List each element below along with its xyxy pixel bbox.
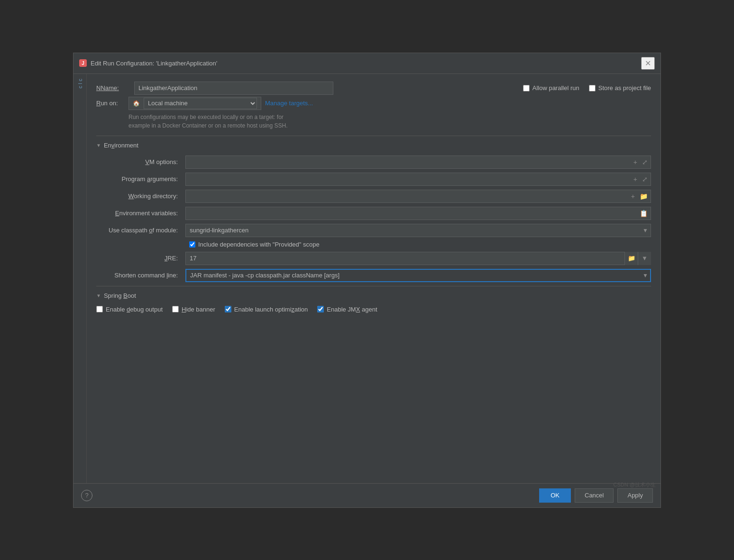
hide-banner-label: Hide banner	[182, 306, 215, 313]
run-on-dropdown[interactable]: Local machine	[144, 98, 257, 109]
enable-jmx-checkbox[interactable]: Enable JMX agent	[317, 306, 377, 313]
enable-debug-checkbox[interactable]: Enable debug output	[96, 306, 163, 313]
classpath-row: Use classpath of module: sungrid-linkgat…	[96, 224, 651, 237]
env-vars-edit-btn[interactable]: 📋	[638, 209, 649, 218]
dialog: J Edit Run Configuration: 'LinkgatherApp…	[73, 53, 661, 508]
allow-parallel-check-input[interactable]	[523, 85, 530, 92]
spring-boot-section-label: Spring Boot	[104, 292, 136, 299]
jre-input[interactable]	[185, 252, 651, 265]
env-vars-input-wrap: 📋	[185, 207, 651, 220]
working-dir-row: Working directory: + 📁	[96, 190, 651, 203]
help-button[interactable]: ?	[81, 490, 92, 501]
include-deps-checkbox[interactable]: Include dependencies with "Provided" sco…	[189, 241, 320, 248]
include-deps-row: Include dependencies with "Provided" sco…	[96, 241, 651, 248]
jre-input-wrap: 📁 ▼	[185, 252, 651, 265]
apply-button[interactable]: Apply	[617, 488, 653, 503]
ok-button[interactable]: OK	[539, 488, 571, 503]
jre-actions: 📁 ▼	[624, 252, 651, 265]
run-on-label: Run on:	[96, 100, 125, 107]
env-vars-actions: 📋	[638, 209, 649, 218]
bottom-right: OK Cancel Apply	[539, 488, 653, 503]
cancel-button[interactable]: Cancel	[575, 488, 614, 503]
left-sidebar: c l c	[73, 74, 87, 483]
enable-launch-check-input[interactable]	[225, 306, 231, 312]
include-deps-label: Include dependencies with "Provided" sco…	[198, 241, 320, 248]
program-args-row: Program arguments: + ⤢	[96, 173, 651, 186]
app-icon: J	[79, 59, 87, 67]
working-dir-input[interactable]	[185, 190, 651, 203]
environment-section-header[interactable]: ▼ Environment	[96, 142, 651, 149]
sidebar-label: c	[77, 79, 83, 82]
run-on-select-wrapper[interactable]: 🏠 Local machine	[128, 97, 261, 110]
program-args-label: Program arguments:	[96, 175, 182, 183]
main-content: NName: Allow parallel run Store as proje…	[87, 74, 661, 483]
shorten-command-row: Shorten command line: JAR manifest - jav…	[96, 269, 651, 282]
hide-banner-checkbox[interactable]: Hide banner	[172, 306, 215, 313]
dialog-title: Edit Run Configuration: 'LinkgatherAppli…	[91, 60, 217, 67]
environment-collapse-icon: ▼	[96, 143, 101, 148]
working-dir-input-wrap: + 📁	[185, 190, 651, 203]
name-input[interactable]	[134, 82, 333, 95]
bottom-left: ?	[81, 490, 92, 501]
title-bar: J Edit Run Configuration: 'LinkgatherApp…	[73, 53, 661, 74]
sidebar-label3: c	[77, 86, 83, 89]
store-as-project-label: Store as project file	[598, 84, 651, 92]
store-as-project-check-input[interactable]	[589, 85, 596, 92]
working-dir-browse-btn[interactable]: 📁	[638, 192, 649, 201]
title-bar-left: J Edit Run Configuration: 'LinkgatherApp…	[79, 59, 217, 67]
working-dir-actions: + 📁	[630, 192, 649, 201]
jre-dropdown-btn[interactable]: ▼	[638, 252, 651, 265]
jre-browse-btn[interactable]: 📁	[624, 252, 638, 265]
close-button[interactable]: ✕	[641, 57, 655, 70]
content-area: c l c NName: Allow parallel run	[73, 74, 661, 483]
vm-options-input[interactable]	[185, 156, 651, 169]
shorten-command-label: Shorten command line:	[96, 272, 182, 279]
jre-row: JRE: 📁 ▼	[96, 252, 651, 265]
allow-parallel-label: Allow parallel run	[532, 84, 579, 92]
vm-options-fullscreen-btn[interactable]: ⤢	[641, 158, 649, 166]
run-on-row: Run on: 🏠 Local machine Manage targets..…	[96, 97, 651, 110]
include-deps-check-input[interactable]	[189, 241, 195, 248]
vm-options-actions: + ⤢	[632, 158, 649, 166]
classpath-label: Use classpath of module:	[96, 227, 182, 234]
run-info-text: Run configurations may be executed local…	[128, 113, 651, 130]
vm-options-row: VM options: + ⤢	[96, 156, 651, 169]
program-args-fullscreen-btn[interactable]: ⤢	[641, 175, 649, 184]
name-row: NName: Allow parallel run Store as proje…	[96, 82, 651, 95]
env-vars-row: Environment variables: 📋	[96, 207, 651, 220]
name-label: NName:	[96, 84, 125, 92]
hide-banner-check-input[interactable]	[172, 306, 179, 312]
vm-options-input-wrap: + ⤢	[185, 156, 651, 169]
spring-boot-section-header[interactable]: ▼ Spring Boot	[96, 292, 651, 299]
env-vars-input[interactable]	[185, 207, 651, 220]
classpath-select[interactable]: sungrid-linkgathercen	[185, 224, 651, 237]
enable-launch-checkbox[interactable]: Enable launch optimization	[225, 306, 308, 313]
environment-section-label: Environment	[104, 142, 138, 149]
manage-targets-link[interactable]: Manage targets...	[265, 100, 313, 107]
jre-label: JRE:	[96, 255, 182, 262]
enable-debug-check-input[interactable]	[96, 306, 103, 312]
program-args-expand-btn[interactable]: +	[632, 175, 639, 184]
vm-options-expand-btn[interactable]: +	[632, 158, 639, 166]
shorten-select[interactable]: JAR manifest - java -cp classpath.jar cl…	[185, 269, 651, 282]
shorten-select-wrap: JAR manifest - java -cp classpath.jar cl…	[185, 269, 651, 282]
separator-1	[96, 136, 651, 136]
allow-parallel-checkbox[interactable]: Allow parallel run	[523, 84, 579, 92]
classpath-select-wrap: sungrid-linkgathercen ▼	[185, 224, 651, 237]
working-dir-label: Working directory:	[96, 193, 182, 200]
sidebar-label2: l	[77, 83, 83, 84]
enable-jmx-check-input[interactable]	[317, 306, 324, 312]
header-checkboxes: Allow parallel run Store as project file	[523, 84, 651, 92]
env-vars-label: Environment variables:	[96, 210, 182, 217]
working-dir-add-btn[interactable]: +	[630, 192, 636, 201]
program-args-input[interactable]	[185, 173, 651, 186]
watermark: CSDN @技术小生	[614, 481, 656, 488]
bottom-bar: ? OK Cancel Apply	[73, 483, 661, 507]
program-args-input-wrap: + ⤢	[185, 173, 651, 186]
store-as-project-checkbox[interactable]: Store as project file	[589, 84, 651, 92]
program-args-actions: + ⤢	[632, 175, 649, 184]
home-icon: 🏠	[133, 100, 140, 107]
enable-jmx-label: Enable JMX agent	[327, 306, 377, 313]
enable-debug-label: Enable debug output	[106, 306, 163, 313]
vm-options-label: VM options:	[96, 158, 182, 165]
